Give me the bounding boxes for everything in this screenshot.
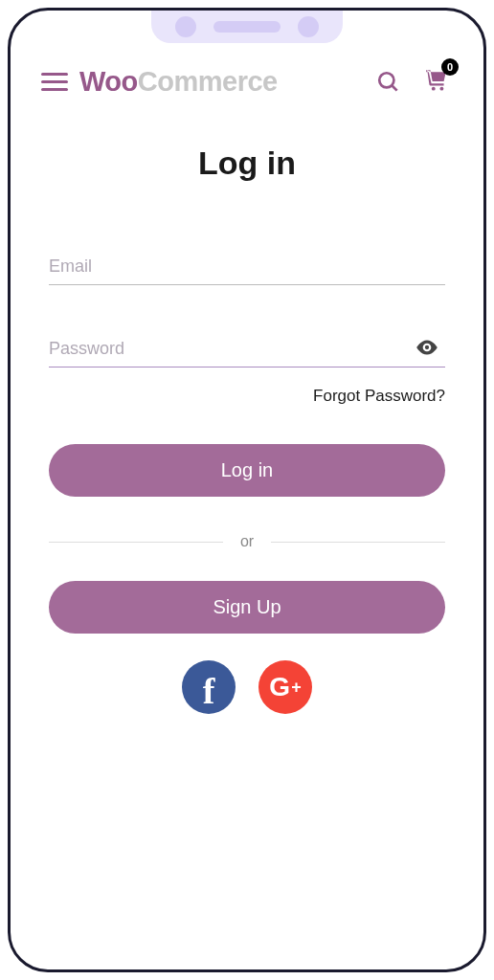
- svg-point-0: [379, 73, 393, 87]
- phone-frame: WooCommerce 0 Log in Forgot Password? Lo…: [8, 8, 486, 972]
- social-login-row: f G+: [49, 660, 445, 714]
- notch-speaker-bar: [213, 21, 281, 33]
- logo-part2: Commerce: [138, 66, 278, 97]
- app-header: WooCommerce 0: [41, 66, 453, 98]
- show-password-icon[interactable]: [415, 335, 439, 364]
- google-icon-plus: +: [291, 678, 302, 698]
- password-field-wrap: [49, 331, 445, 368]
- app-logo: WooCommerce: [79, 66, 365, 98]
- divider-line-left: [49, 542, 223, 543]
- facebook-login-button[interactable]: f: [182, 660, 236, 714]
- divider: or: [49, 533, 445, 550]
- cart-badge: 0: [441, 58, 459, 76]
- svg-point-3: [439, 86, 443, 90]
- divider-line-right: [271, 542, 445, 543]
- login-button[interactable]: Log in: [49, 444, 445, 497]
- email-field[interactable]: [49, 249, 445, 285]
- cart-button[interactable]: 0: [424, 68, 453, 97]
- menu-icon[interactable]: [41, 68, 68, 96]
- facebook-icon: f: [203, 670, 215, 712]
- login-form: Log in Forgot Password? Log in or Sign U…: [49, 145, 445, 714]
- notch-camera-dot: [175, 16, 196, 37]
- phone-notch: [151, 11, 343, 43]
- divider-text: or: [223, 533, 271, 550]
- google-login-button[interactable]: G+: [258, 660, 312, 714]
- svg-line-1: [392, 85, 396, 90]
- password-field[interactable]: [49, 331, 445, 368]
- notch-sensor-dot: [298, 16, 319, 37]
- search-icon[interactable]: [376, 70, 401, 95]
- svg-point-2: [432, 86, 436, 90]
- google-icon-g: G: [269, 672, 290, 702]
- email-field-wrap: [49, 249, 445, 285]
- signup-button[interactable]: Sign Up: [49, 581, 445, 634]
- page-title: Log in: [49, 145, 445, 182]
- forgot-password-link[interactable]: Forgot Password?: [49, 387, 445, 406]
- logo-part1: Woo: [79, 66, 138, 97]
